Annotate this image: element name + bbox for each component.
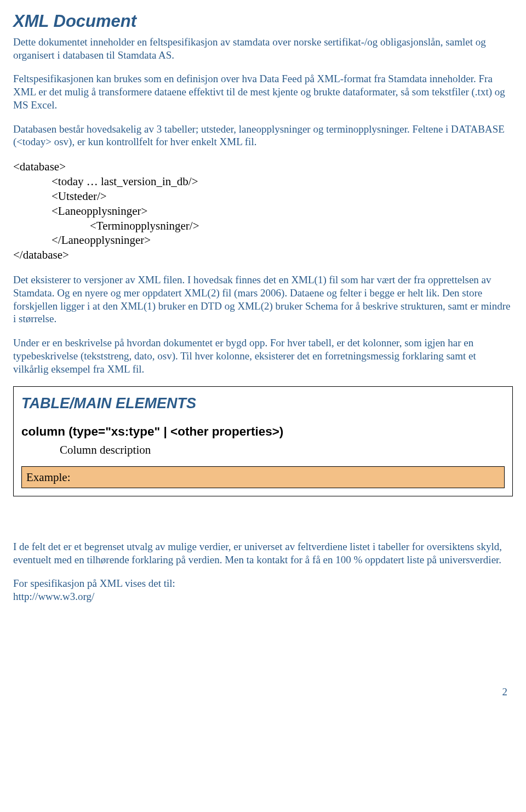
xml-line: </Laneopplysninger> (13, 233, 513, 248)
intro-paragraph-2: Feltspesifikasjonen kan brukes som en de… (13, 72, 513, 111)
intro-paragraph-1: Dette dokumentet inneholder en feltspesi… (13, 36, 513, 62)
elements-heading: TABLE/MAIN ELEMENTS (21, 394, 505, 413)
xml-line: </database> (13, 248, 513, 262)
column-heading: column (type="xs:type" | <other properti… (21, 424, 505, 439)
spec-link-url: http://www.w3.org/ (13, 591, 94, 602)
xml-line: <database> (13, 159, 513, 174)
example-box: Example: (21, 466, 505, 488)
column-description: Column description (21, 443, 505, 457)
xml-structure-block: <database> <today … last_version_in_db/>… (13, 159, 513, 262)
xml-line: <today … last_version_in_db/> (13, 174, 513, 189)
xml-line: <Terminopplysninger/> (13, 219, 513, 233)
spec-link-paragraph: For spesifikasjon på XML vises det til: … (13, 577, 513, 603)
xml-line: <Laneopplysninger> (13, 204, 513, 219)
versions-paragraph: Det eksisterer to versjoner av XML filen… (13, 273, 513, 325)
table-elements-box: TABLE/MAIN ELEMENTS column (type="xs:typ… (13, 386, 513, 496)
spec-link-text: For spesifikasjon på XML vises det til: (13, 577, 175, 589)
xml-line: <Utsteder/> (13, 189, 513, 204)
description-paragraph: Under er en beskrivelse på hvordan dokum… (13, 336, 513, 375)
page-title: XML Document (13, 11, 513, 32)
page-number: 2 (13, 685, 513, 699)
intro-paragraph-3: Databasen består hovedsakelig av 3 tabel… (13, 123, 513, 149)
page: XML Document Dette dokumentet inneholder… (13, 11, 513, 800)
values-paragraph: I de felt det er et begrenset utvalg av … (13, 540, 513, 567)
